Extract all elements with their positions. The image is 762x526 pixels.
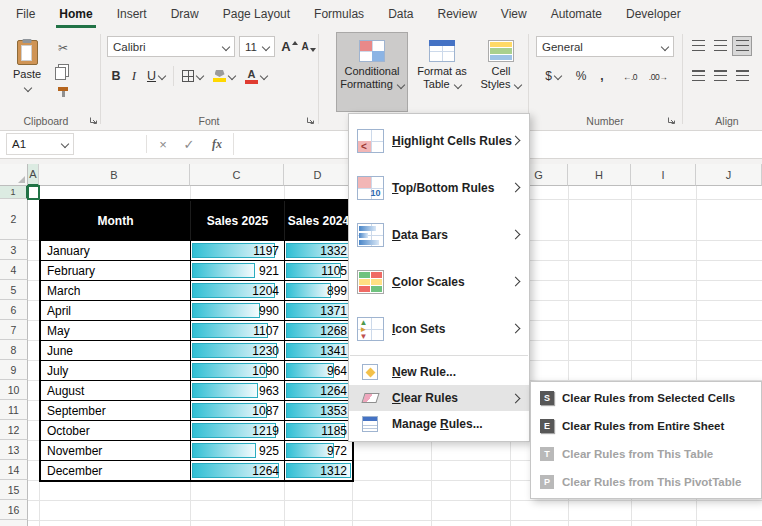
row-header-1[interactable]: 1 — [0, 186, 28, 199]
comma-style-button[interactable]: , — [594, 66, 610, 86]
menu-item-clear-rules[interactable]: Clear Rules — [349, 385, 529, 411]
tab-home[interactable]: Home — [47, 0, 104, 28]
row-header-13[interactable]: 13 — [0, 440, 28, 460]
name-box[interactable]: A1 — [6, 133, 74, 155]
middle-align-button[interactable] — [710, 36, 730, 56]
format-painter-button[interactable] — [52, 82, 74, 102]
cell-B12[interactable]: October — [41, 420, 190, 440]
tab-draw[interactable]: Draw — [159, 0, 211, 28]
cell-D14[interactable]: 1312 — [284, 460, 352, 480]
underline-button[interactable]: U — [143, 66, 169, 86]
increase-font-size-button[interactable]: A — [280, 36, 299, 56]
font-color-button[interactable]: A — [242, 66, 270, 86]
column-header-c[interactable]: C — [190, 164, 284, 186]
row-header-9[interactable]: 9 — [0, 360, 28, 380]
bold-button[interactable]: B — [107, 66, 125, 86]
row-header-12[interactable]: 12 — [0, 420, 28, 440]
cell-D9[interactable]: 964 — [284, 360, 352, 380]
cell-C5[interactable]: 1204 — [190, 280, 284, 300]
menu-item-manage-rules[interactable]: Manage Rules... — [349, 411, 529, 437]
font-size-select[interactable]: 11 — [239, 36, 275, 57]
cell-D11[interactable]: 1353 — [284, 400, 352, 420]
cell-C3[interactable]: 1197 — [190, 240, 284, 260]
clipboard-dialog-launcher[interactable] — [88, 115, 99, 126]
cell-B3[interactable]: January — [41, 240, 190, 260]
cell-B11[interactable]: September — [41, 400, 190, 420]
row-header-6[interactable]: 6 — [0, 300, 28, 320]
align-left-button[interactable] — [688, 66, 708, 86]
tab-insert[interactable]: Insert — [105, 0, 159, 28]
borders-button[interactable] — [178, 66, 206, 86]
column-header-j[interactable]: J — [696, 164, 762, 186]
submenu-item-clear-rules-from-selected-cells[interactable]: SClear Rules from Selected Cells — [531, 384, 761, 412]
cell-C8[interactable]: 1230 — [190, 340, 284, 360]
menu-item-data-bars[interactable]: Data Bars — [349, 211, 529, 258]
cell-C9[interactable]: 1090 — [190, 360, 284, 380]
column-header-a[interactable]: A — [28, 164, 39, 186]
enter-button[interactable]: ✓ — [178, 134, 200, 155]
row-header-14[interactable]: 14 — [0, 460, 28, 480]
cell-styles-button[interactable]: Cell Styles — [476, 32, 526, 112]
conditional-formatting-button[interactable]: Conditional Formatting — [336, 32, 408, 112]
menu-item-color-scales[interactable]: Color Scales — [349, 258, 529, 305]
cell-D10[interactable]: 1264 — [284, 380, 352, 400]
column-header-i[interactable]: I — [631, 164, 696, 186]
cell-D12[interactable]: 1185 — [284, 420, 352, 440]
tab-view[interactable]: View — [489, 0, 539, 28]
paste-button[interactable]: Paste — [6, 32, 48, 112]
top-align-button[interactable] — [688, 36, 708, 56]
column-header-d[interactable]: D — [284, 164, 352, 186]
center-button[interactable] — [710, 66, 730, 86]
cell-B14[interactable]: December — [41, 460, 190, 480]
row-header-8[interactable]: 8 — [0, 340, 28, 360]
row-header-15[interactable]: 15 — [0, 480, 28, 500]
decrease-decimal-button[interactable] — [646, 66, 670, 86]
copy-button[interactable] — [52, 60, 74, 80]
cell-C10[interactable]: 963 — [190, 380, 284, 400]
cell-D8[interactable]: 1341 — [284, 340, 352, 360]
tab-page-layout[interactable]: Page Layout — [211, 0, 302, 28]
cell-C11[interactable]: 1087 — [190, 400, 284, 420]
cell-B9[interactable]: July — [41, 360, 190, 380]
menu-item-new-rule[interactable]: New Rule... — [349, 359, 529, 385]
select-all-corner[interactable] — [0, 164, 28, 186]
cell-C4[interactable]: 921 — [190, 260, 284, 280]
fill-color-button[interactable] — [210, 66, 238, 86]
row-header-4[interactable]: 4 — [0, 260, 28, 280]
tab-file[interactable]: File — [4, 0, 47, 28]
menu-item-icon-sets[interactable]: ▲►▼Icon Sets — [349, 305, 529, 352]
font-dialog-launcher[interactable] — [305, 115, 316, 126]
cell-B10[interactable]: August — [41, 380, 190, 400]
row-header-10[interactable]: 10 — [0, 380, 28, 400]
column-header-h[interactable]: H — [568, 164, 631, 186]
cell-B4[interactable]: February — [41, 260, 190, 280]
cell-B6[interactable]: April — [41, 300, 190, 320]
cell-C6[interactable]: 990 — [190, 300, 284, 320]
font-name-select[interactable]: Calibri — [107, 36, 235, 57]
row-header-7[interactable]: 7 — [0, 320, 28, 340]
tab-formulas[interactable]: Formulas — [302, 0, 376, 28]
insert-function-button[interactable]: fx — [206, 134, 228, 155]
row-header-16[interactable]: 16 — [0, 500, 28, 520]
cut-button[interactable]: ✂ — [52, 38, 74, 58]
row-header-2[interactable]: 2 — [0, 199, 28, 240]
number-format-select[interactable]: General — [536, 36, 674, 57]
percent-style-button[interactable]: % — [572, 66, 590, 86]
cancel-button[interactable]: × — [152, 134, 174, 155]
cell-D13[interactable]: 972 — [284, 440, 352, 460]
cell-B13[interactable]: November — [41, 440, 190, 460]
tab-developer[interactable]: Developer — [614, 0, 693, 28]
tab-automate[interactable]: Automate — [539, 0, 614, 28]
decrease-font-size-button[interactable]: A — [299, 36, 318, 56]
tab-review[interactable]: Review — [425, 0, 488, 28]
row-header-3[interactable]: 3 — [0, 240, 28, 260]
cell-C12[interactable]: 1219 — [190, 420, 284, 440]
row-header-11[interactable]: 11 — [0, 400, 28, 420]
cell-D6[interactable]: 1371 — [284, 300, 352, 320]
format-as-table-button[interactable]: Format as Table — [412, 32, 472, 112]
cell-B7[interactable]: May — [41, 320, 190, 340]
number-dialog-launcher[interactable] — [666, 115, 677, 126]
column-header-b[interactable]: B — [39, 164, 190, 186]
cell-D3[interactable]: 1332 — [284, 240, 352, 260]
menu-item-top-bottom-rules[interactable]: 10Top/Bottom Rules — [349, 164, 529, 211]
